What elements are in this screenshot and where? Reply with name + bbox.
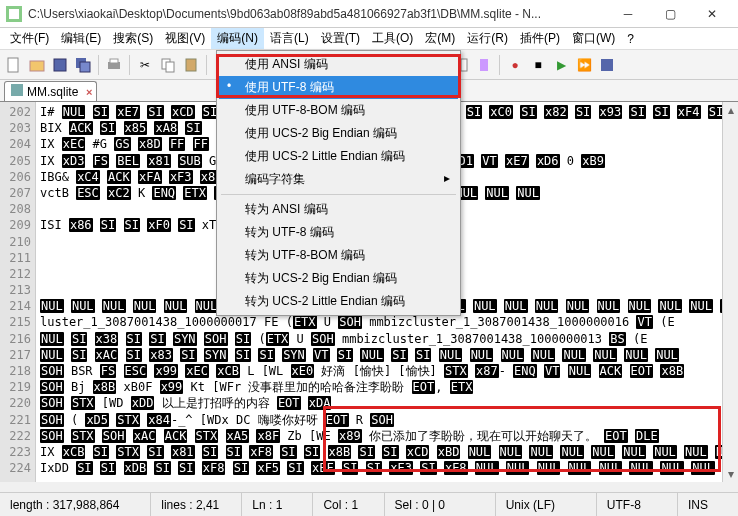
- encoding-menu-item[interactable]: 使用 UCS-2 Little Endian 编码: [219, 145, 458, 168]
- menu-设置[interactable]: 设置(T): [315, 28, 366, 49]
- line-number: 222: [4, 428, 31, 444]
- line-number: 211: [4, 250, 31, 266]
- macro-save-icon[interactable]: [597, 55, 617, 75]
- status-lines: lines : 2,41: [151, 493, 242, 516]
- code-line: luster_1_3087001438_1000000017 FE (ETX U…: [40, 314, 718, 330]
- svg-rect-18: [480, 59, 488, 71]
- menu-?[interactable]: ?: [621, 30, 640, 48]
- tab-label: MM.sqlite: [27, 85, 78, 99]
- scroll-down-icon[interactable]: ▾: [723, 466, 738, 482]
- line-number: 203: [4, 120, 31, 136]
- menu-编辑[interactable]: 编辑(E): [55, 28, 107, 49]
- encoding-menu-item[interactable]: 使用 UTF-8-BOM 编码: [219, 99, 458, 122]
- code-line: NUL SI xAC SI x83 SI SYN SI SI SYN VT SI…: [40, 347, 718, 363]
- minimize-button[interactable]: ─: [608, 3, 648, 25]
- line-number: 212: [4, 266, 31, 282]
- svg-rect-10: [166, 62, 174, 72]
- line-number: 223: [4, 444, 31, 460]
- line-number: 224: [4, 460, 31, 476]
- macro-play-icon[interactable]: ▶: [551, 55, 571, 75]
- menu-视图[interactable]: 视图(V): [159, 28, 211, 49]
- line-number: 207: [4, 185, 31, 201]
- svg-rect-6: [80, 62, 90, 72]
- save-icon[interactable]: [50, 55, 70, 75]
- encoding-menu-item[interactable]: •使用 UTF-8 编码: [219, 76, 458, 99]
- vertical-scrollbar[interactable]: ▴ ▾: [722, 102, 738, 482]
- status-enc: UTF-8: [597, 493, 678, 516]
- menu-运行[interactable]: 运行(R): [461, 28, 514, 49]
- menu-工具[interactable]: 工具(O): [366, 28, 419, 49]
- new-file-icon[interactable]: [4, 55, 24, 75]
- line-number: 215: [4, 314, 31, 330]
- status-ln: Ln : 1: [242, 493, 313, 516]
- copy-icon[interactable]: [158, 55, 178, 75]
- line-number: 208: [4, 201, 31, 217]
- menu-编码[interactable]: 编码(N): [211, 28, 264, 49]
- code-line: SOH STX [WD xDD 以上是打招呼的内容 EOT xDA: [40, 395, 718, 411]
- encoding-menu-item[interactable]: 转为 ANSI 编码: [219, 198, 458, 221]
- svg-rect-17: [461, 59, 467, 71]
- line-number: 221: [4, 412, 31, 428]
- encoding-menu-item[interactable]: 转为 UTF-8-BOM 编码: [219, 244, 458, 267]
- print-icon[interactable]: [104, 55, 124, 75]
- status-length: length : 317,988,864: [0, 493, 151, 516]
- menubar: 文件(F)编辑(E)搜索(S)视图(V)编码(N)语言(L)设置(T)工具(O)…: [0, 28, 738, 50]
- menu-搜索[interactable]: 搜索(S): [107, 28, 159, 49]
- encoding-menu-item[interactable]: 使用 UCS-2 Big Endian 编码: [219, 122, 458, 145]
- status-sel: Sel : 0 | 0: [385, 493, 496, 516]
- open-file-icon[interactable]: [27, 55, 47, 75]
- cut-icon[interactable]: ✂: [135, 55, 155, 75]
- line-number: 202: [4, 104, 31, 120]
- line-number: 210: [4, 234, 31, 250]
- encoding-menu-item[interactable]: 编码字符集▸: [219, 168, 458, 191]
- code-line: SOH Bj x8B xB0F x99 Kt [WFr 没事群里加的哈哈备注李盼…: [40, 379, 718, 395]
- status-ins: INS: [678, 493, 738, 516]
- status-col: Col : 1: [313, 493, 384, 516]
- svg-rect-8: [110, 59, 118, 63]
- macro-record-icon[interactable]: ●: [505, 55, 525, 75]
- close-button[interactable]: ✕: [692, 3, 732, 25]
- line-number: 213: [4, 282, 31, 298]
- encoding-menu: 使用 ANSI 编码•使用 UTF-8 编码使用 UTF-8-BOM 编码使用 …: [216, 50, 461, 316]
- svg-rect-4: [54, 59, 66, 71]
- encoding-menu-item[interactable]: 使用 ANSI 编码: [219, 53, 458, 76]
- line-number: 218: [4, 363, 31, 379]
- statusbar: length : 317,988,864 lines : 2,41 Ln : 1…: [0, 492, 738, 516]
- menu-窗口[interactable]: 窗口(W): [566, 28, 621, 49]
- svg-rect-20: [11, 84, 23, 96]
- document-tab[interactable]: MM.sqlite ×: [4, 81, 97, 101]
- titlebar: C:\Users\xiaokai\Desktop\Documents\9bd06…: [0, 0, 738, 28]
- save-all-icon[interactable]: [73, 55, 93, 75]
- tab-close-icon[interactable]: ×: [86, 86, 92, 98]
- line-number: 209: [4, 217, 31, 233]
- code-line: IX xCB SI STX SI x81 SI SI xF8 SI SI x8B…: [40, 444, 718, 460]
- macro-stop-icon[interactable]: ■: [528, 55, 548, 75]
- line-number: 217: [4, 347, 31, 363]
- menu-语言[interactable]: 语言(L): [264, 28, 315, 49]
- menu-宏[interactable]: 宏(M): [419, 28, 461, 49]
- code-line: SOH ( xD5 STX x84-_^ [WDx DC 嗨喽你好呀 EOT R…: [40, 412, 718, 428]
- status-eol: Unix (LF): [496, 493, 597, 516]
- encoding-menu-item[interactable]: 转为 UTF-8 编码: [219, 221, 458, 244]
- encoding-menu-item[interactable]: 转为 UCS-2 Big Endian 编码: [219, 267, 458, 290]
- code-line: SOH STX SOH xAC ACK STX xA5 x8F Zb [WE x…: [40, 428, 718, 444]
- line-number: 216: [4, 331, 31, 347]
- code-line: IxDD SI SI xDB SI SI xF8 SI xF5 SI xEF S…: [40, 460, 718, 476]
- code-line: NUL SI x38 SI SI SYN SOH SI (ETX U SOH m…: [40, 331, 718, 347]
- menu-文件[interactable]: 文件(F): [4, 28, 55, 49]
- scroll-up-icon[interactable]: ▴: [723, 102, 738, 118]
- line-number: 214: [4, 298, 31, 314]
- macro-fast-icon[interactable]: ⏩: [574, 55, 594, 75]
- maximize-button[interactable]: ▢: [650, 3, 690, 25]
- window-title: C:\Users\xiaokai\Desktop\Documents\9bd06…: [28, 7, 608, 21]
- svg-rect-11: [186, 59, 196, 71]
- encoding-menu-item[interactable]: 转为 UCS-2 Little Endian 编码: [219, 290, 458, 313]
- doc-map-icon[interactable]: [474, 55, 494, 75]
- code-line: SOH BSR FS ESC x99 xEC xCB L [WL xE0 好滴 …: [40, 363, 718, 379]
- paste-icon[interactable]: [181, 55, 201, 75]
- line-number: 205: [4, 153, 31, 169]
- svg-rect-2: [8, 58, 18, 72]
- menu-插件[interactable]: 插件(P): [514, 28, 566, 49]
- line-number: 219: [4, 379, 31, 395]
- line-number: 204: [4, 136, 31, 152]
